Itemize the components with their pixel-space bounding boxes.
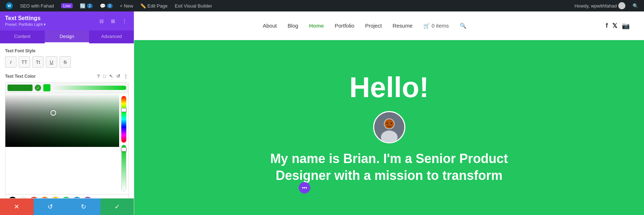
panel-title: Text Settings xyxy=(5,15,46,22)
gradient-main-area[interactable] xyxy=(5,93,119,147)
exit-builder-label: Exit Visual Builder xyxy=(175,3,212,9)
panel-content: Text Font Style I TT Tt U S Text Text Co… xyxy=(0,43,134,198)
nav-project[interactable]: Project xyxy=(365,23,382,29)
strikethrough-btn[interactable]: S xyxy=(59,56,71,68)
gradient-black-overlay xyxy=(5,93,119,147)
svg-point-3 xyxy=(384,119,394,129)
site-name-item[interactable]: SEO with Fahad xyxy=(17,0,57,11)
capitalize-btn[interactable]: Tt xyxy=(32,56,44,68)
nav-blog[interactable]: Blog xyxy=(288,23,298,29)
more-options-icon[interactable]: ⋮ xyxy=(120,17,129,25)
hex-input[interactable]: #08ce22 xyxy=(8,85,33,91)
greeting-text: Howdy, wpwithfahad xyxy=(575,3,617,9)
avatar xyxy=(373,111,405,143)
collapse-icon[interactable]: ⊟ xyxy=(97,17,106,25)
twitter-icon[interactable]: 𝕏 xyxy=(612,22,618,30)
alpha-vertical-slider[interactable] xyxy=(121,145,126,191)
undo-icon[interactable]: ↺ xyxy=(116,73,121,80)
color-picker: #08ce22 ✓ xyxy=(5,82,129,198)
font-style-label: Text Font Style xyxy=(5,48,129,53)
instagram-icon[interactable]: 📷 xyxy=(622,22,630,30)
search-admin-icon: 🔍 xyxy=(633,3,638,9)
wp-logo: W xyxy=(6,2,13,9)
italic-btn[interactable]: I xyxy=(5,56,16,68)
save-button[interactable]: ✓ xyxy=(101,199,134,215)
swatches-row xyxy=(5,194,128,198)
site-nav: About Blog Home Portfolio Project Resume… xyxy=(134,11,644,40)
panel-tabs: Content Design Advanced xyxy=(0,30,134,43)
uppercase-btn[interactable]: TT xyxy=(19,56,30,68)
panel-header: Text Settings Preset: Portfolio Light ▾ … xyxy=(0,11,134,30)
gradient-picker-body xyxy=(5,93,128,194)
main-layout: Text Settings Preset: Portfolio Light ▾ … xyxy=(0,11,644,215)
svg-point-2 xyxy=(381,131,397,144)
color-row-icons: ? □ ↖ ↺ ⋮ xyxy=(96,73,129,80)
live-badge-item[interactable]: Live xyxy=(58,0,75,11)
new-label: + New xyxy=(120,3,133,9)
hex-confirm[interactable]: ✓ xyxy=(35,85,41,91)
admin-bar: W SEO with Fahad Live 🔄 2 💬 0 + New ✏️ E… xyxy=(0,0,644,11)
nav-portfolio[interactable]: Portfolio xyxy=(335,23,354,29)
underline-btn[interactable]: U xyxy=(46,56,57,68)
vertical-sliders xyxy=(119,93,128,194)
exit-builder-item[interactable]: Exit Visual Builder xyxy=(172,0,215,11)
search-site-icon[interactable]: 🔍 xyxy=(460,23,467,29)
edit-icon: ✏️ xyxy=(140,3,146,9)
cart-icon[interactable]: 🛒 0 items xyxy=(423,23,449,29)
hero-section: Hello! My name is Brian. I'm a Senior Pr… xyxy=(134,40,644,215)
new-item[interactable]: + New xyxy=(117,0,136,11)
hero-title: Hello! xyxy=(349,71,429,104)
bottom-action-bar: ✕ ↺ ↻ ✓ xyxy=(0,198,134,215)
tab-advanced[interactable]: Advanced xyxy=(89,30,134,43)
mobile-icon[interactable]: □ xyxy=(102,73,107,80)
social-icons: f 𝕏 📷 xyxy=(606,22,630,30)
search-admin-item[interactable]: 🔍 xyxy=(630,3,641,9)
user-avatar xyxy=(618,2,625,9)
edit-page-item[interactable]: ✏️ Edit Page xyxy=(137,0,170,11)
expand-icon[interactable]: ⊞ xyxy=(109,17,117,25)
updates-item[interactable]: 🔄 2 xyxy=(77,0,96,11)
nav-resume[interactable]: Resume xyxy=(392,23,413,29)
site-nav-links: About Blog Home Portfolio Project Resume… xyxy=(148,23,581,29)
alpha-thumb xyxy=(121,147,127,152)
tab-content[interactable]: Content xyxy=(0,30,45,43)
cursor-icon[interactable]: ↖ xyxy=(108,73,114,80)
comments-item[interactable]: 💬 0 xyxy=(97,0,116,11)
panel-header-icons: ⊟ ⊞ ⋮ xyxy=(97,17,129,25)
greeting-item[interactable]: Howdy, wpwithfahad xyxy=(572,2,628,9)
overflow-icon[interactable]: ⋮ xyxy=(123,73,129,80)
live-badge: Live xyxy=(61,3,73,8)
update-count: 2 xyxy=(87,4,93,8)
wp-logo-item[interactable]: W xyxy=(3,0,16,11)
cart-count: 0 items xyxy=(431,23,449,29)
color-preview-swatch xyxy=(43,84,50,91)
panel-preset[interactable]: Preset: Portfolio Light ▾ xyxy=(5,22,46,27)
text-color-label: Text Text Color xyxy=(5,74,36,79)
gradient-cursor xyxy=(50,110,56,116)
hue-vertical-slider[interactable] xyxy=(121,96,126,143)
font-style-row: I TT Tt U S xyxy=(5,56,129,68)
comment-icon: 💬 xyxy=(100,3,106,9)
comment-count: 0 xyxy=(107,4,113,8)
tab-design[interactable]: Design xyxy=(45,30,89,43)
svg-point-4 xyxy=(386,123,388,124)
site-name: SEO with Fahad xyxy=(20,3,54,9)
reset-button[interactable]: ↺ xyxy=(34,199,67,215)
avatar-image xyxy=(374,111,404,143)
svg-point-5 xyxy=(390,123,392,124)
cancel-button[interactable]: ✕ xyxy=(0,199,34,215)
nav-about[interactable]: About xyxy=(263,23,277,29)
alpha-preview-bar xyxy=(53,86,126,90)
website-preview: About Blog Home Portfolio Project Resume… xyxy=(134,11,644,215)
hue-thumb xyxy=(121,108,127,112)
text-settings-panel: Text Settings Preset: Portfolio Light ▾ … xyxy=(0,11,134,215)
update-icon: 🔄 xyxy=(80,3,86,9)
floating-dots-button[interactable]: ••• xyxy=(299,182,310,194)
help-icon[interactable]: ? xyxy=(96,73,101,80)
color-row-label: Text Text Color ? □ ↖ ↺ ⋮ xyxy=(5,73,129,80)
nav-home[interactable]: Home xyxy=(309,23,324,29)
facebook-icon[interactable]: f xyxy=(606,22,608,29)
hex-row: #08ce22 ✓ xyxy=(5,83,128,93)
edit-page-label: Edit Page xyxy=(147,3,167,9)
redo-button[interactable]: ↻ xyxy=(67,199,101,215)
